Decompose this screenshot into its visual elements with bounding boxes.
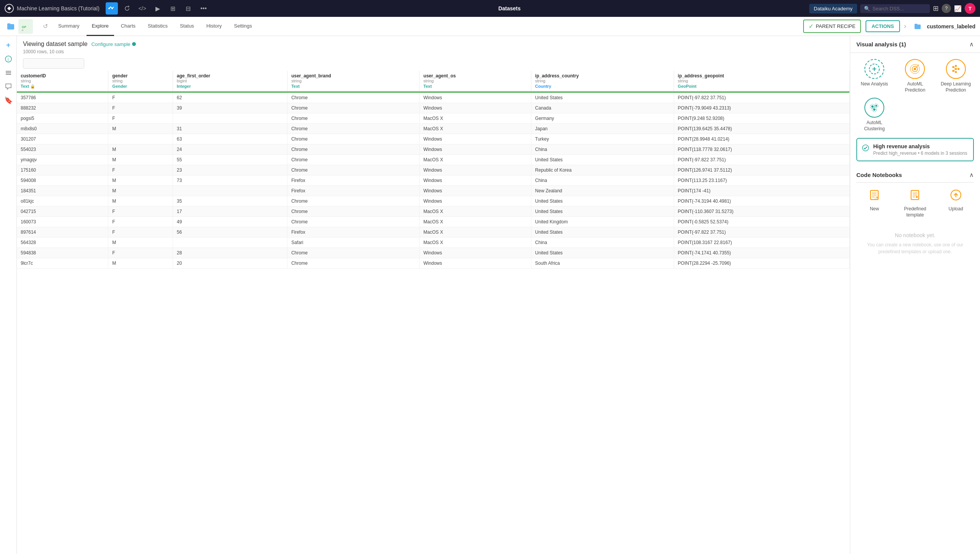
table-cell: M (108, 155, 173, 165)
table-cell: Republic of Korea (531, 165, 674, 175)
tab-explore[interactable]: Explore (87, 17, 114, 36)
col-name: user_agent_os (423, 73, 456, 79)
tab-settings[interactable]: Settings (229, 17, 257, 36)
app-logo[interactable] (5, 4, 14, 13)
table-cell: 17 (173, 207, 287, 217)
nav-forward-arrow[interactable]: › (904, 22, 906, 30)
new-analysis-svg (869, 63, 880, 75)
sidebar-bookmark-btn[interactable]: 🔖 (2, 94, 15, 107)
sidebar-info-btn[interactable]: i (2, 53, 15, 65)
table-cell: 160073 (17, 217, 108, 227)
table-cell: Chrome (287, 134, 419, 144)
col-tag-geopoint[interactable]: GeoPoint (678, 84, 846, 89)
table-cell: M (108, 258, 173, 269)
col-header-country[interactable]: ip_address_country string Country (531, 71, 674, 91)
dataiku-academy-btn[interactable]: Dataiku Academy (809, 4, 857, 13)
table-cell: POINT(-74.1741 40.7355) (674, 248, 849, 258)
col-header-geopoint[interactable]: ip_address_geopoint string GeoPoint (674, 71, 849, 91)
col-header-os[interactable]: user_agent_os string Text (420, 71, 531, 91)
sidebar-list-btn[interactable] (2, 67, 15, 79)
svg-point-18 (952, 66, 954, 68)
table-cell: South Africa (531, 258, 674, 269)
grid-icon: ⊟ (186, 5, 191, 12)
tab-statistics[interactable]: Statistics (142, 17, 173, 36)
col-tag-country[interactable]: Country (535, 84, 670, 89)
table-wrapper[interactable]: customerID string Text 🔒 gender string G… (17, 71, 850, 554)
nav-grid-btn[interactable]: ⊟ (182, 2, 194, 15)
nav-terminal-btn[interactable]: ⊞ (167, 2, 179, 15)
configure-sample-btn[interactable]: Configure sample (91, 41, 136, 47)
help-btn[interactable]: ? (942, 4, 951, 13)
table-cell: China (531, 144, 674, 155)
nav-more-btn[interactable]: ••• (198, 2, 210, 15)
search-input[interactable] (872, 6, 926, 11)
table-cell: 49 (173, 217, 287, 227)
col-header-gender[interactable]: gender string Gender (108, 71, 173, 91)
lock-icon: 🔒 (30, 84, 35, 89)
data-table: customerID string Text 🔒 gender string G… (17, 71, 850, 269)
col-header-age[interactable]: age_first_order bigint Integer (173, 71, 287, 91)
col-tag-text[interactable]: Text 🔒 (21, 84, 104, 89)
trend-btn[interactable]: 📈 (954, 5, 962, 12)
tab-summary[interactable]: Summary (53, 17, 85, 36)
apps-grid-btn[interactable]: ⊞ (933, 4, 939, 13)
folder-icon-btn[interactable] (5, 20, 17, 33)
notebooks-collapse-btn[interactable]: ∧ (969, 171, 974, 179)
table-cell: United States (531, 248, 674, 258)
sidebar-add-btn[interactable]: + (2, 39, 15, 51)
automl-prediction-card[interactable]: AutoML Prediction (897, 59, 933, 93)
table-cell: Chrome (287, 155, 419, 165)
top-nav: Machine Learning Basics (Tutorial) </> ▶… (0, 0, 980, 17)
right-folder-icon (914, 23, 921, 30)
tab-status[interactable]: Status (175, 17, 199, 36)
table-search-input[interactable] (23, 58, 84, 69)
parent-recipe-btn[interactable]: ✓ PARENT RECIPE (803, 20, 861, 33)
table-body: 357786F62ChromeWindowsUnited StatesPOINT… (17, 93, 850, 269)
col-header-customerid[interactable]: customerID string Text 🔒 (17, 71, 108, 91)
deep-learning-card[interactable]: Deep Learning Prediction (938, 59, 974, 93)
svg-point-14 (914, 68, 916, 70)
search-box: 🔍 (860, 4, 930, 13)
col-tag-text-os[interactable]: Text (423, 84, 527, 89)
nav-code-btn[interactable]: </> (136, 2, 149, 15)
right-panel-folder-btn[interactable] (911, 20, 924, 33)
high-revenue-card[interactable]: High revenue analysis Predict high_reven… (856, 138, 974, 161)
svg-line-24 (954, 66, 955, 67)
new-notebook-icon (868, 189, 880, 204)
automl-clustering-card[interactable]: AutoML Clustering (856, 98, 892, 132)
col-tag-text-brand[interactable]: Text (291, 84, 415, 89)
more-icon: ••• (200, 5, 207, 12)
new-notebook-card[interactable]: New (856, 189, 892, 218)
table-cell: MacOS X (420, 207, 531, 217)
table-cell: MacOS X (420, 155, 531, 165)
code-notebooks-section: Code Notebooks ∧ (850, 167, 980, 262)
col-tag-gender[interactable]: Gender (112, 84, 168, 89)
new-notebook-svg (868, 189, 880, 201)
col-name: ip_address_country (535, 73, 579, 79)
table-cell: United States (531, 196, 674, 207)
predefined-template-card[interactable]: Predefined template (897, 189, 933, 218)
col-tag-integer[interactable]: Integer (177, 84, 283, 89)
collapse-btn[interactable]: ∧ (969, 41, 974, 48)
upload-notebook-card[interactable]: Upload (938, 189, 974, 218)
tab-history[interactable]: History (201, 17, 227, 36)
csv-icon: GP R (21, 22, 30, 31)
table-cell: Windows (420, 144, 531, 155)
new-analysis-card[interactable]: New Analysis (856, 59, 892, 93)
col-type: string (21, 79, 104, 83)
table-cell: China (531, 175, 674, 186)
col-type: bigint (177, 79, 283, 83)
secondary-nav: GP R ↺ Summary Explore Charts Statistics… (0, 17, 980, 36)
nav-refresh-btn[interactable] (121, 2, 133, 15)
col-header-brand[interactable]: user_agent_brand string Text (287, 71, 419, 91)
history-back-btn[interactable]: ↺ (39, 20, 51, 33)
table-cell: Windows (420, 258, 531, 269)
user-avatar[interactable]: T (965, 3, 975, 14)
table-cell: 56 (173, 227, 287, 238)
tab-charts[interactable]: Charts (116, 17, 141, 36)
actions-btn[interactable]: ACTIONS (866, 20, 900, 32)
table-cell: Chrome (287, 196, 419, 207)
sidebar-chat-btn[interactable] (2, 80, 15, 93)
nav-run-btn[interactable]: ▶ (152, 2, 164, 15)
nav-flow-btn[interactable] (106, 2, 118, 15)
